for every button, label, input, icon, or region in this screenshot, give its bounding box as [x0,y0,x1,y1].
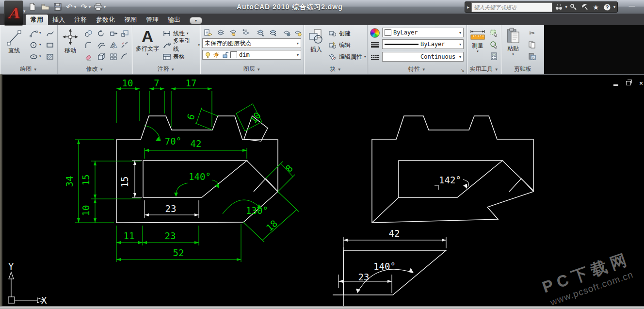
copy-tool-button[interactable] [82,28,95,39]
subscription-key-icon[interactable] [569,3,579,11]
layer-unisolate-button[interactable] [267,27,279,38]
offset-tool-button[interactable] [95,39,107,51]
panel-label-block[interactable]: 块 ▼ [304,65,367,73]
move-button[interactable]: 移动 [60,27,81,65]
erase-tool-button[interactable] [82,51,95,63]
mtext-dropdown[interactable]: ▾ [146,52,148,56]
favorites-star-icon[interactable]: ★ [591,3,600,11]
panel-label-annotation[interactable]: 注释 ▼ [132,65,200,73]
quick-calculator-button[interactable] [487,50,500,62]
measure-dropdown[interactable]: ▾ [477,49,479,53]
help-icon[interactable]: ? [602,3,612,11]
edit-attributes-dropdown[interactable]: ▾ [364,55,366,59]
line-button[interactable]: 直线 [2,27,26,65]
circle-tool-button[interactable] [27,39,40,51]
tab-output[interactable]: 输出 [163,15,185,25]
layer-freeze-button[interactable] [280,27,293,38]
layer-previous-button[interactable] [240,27,252,38]
panel-label-modify[interactable]: 修改 ▼ [58,65,132,73]
panel-label-utilities[interactable]: 实用工具 ▼ [467,65,501,73]
search-binoculars-icon[interactable] [554,3,564,11]
linetype-button[interactable] [369,51,381,63]
properties-dialog-launcher[interactable]: ↘ [461,67,465,73]
tab-home[interactable]: 常用 [26,15,48,25]
quick-select-button[interactable] [487,27,500,39]
table-button[interactable]: 表格 [162,51,185,62]
plot-button[interactable] [92,1,104,12]
drawing-minimize-button[interactable] [612,80,620,86]
paste-dropdown[interactable]: ▾ [512,52,514,56]
mirror-tool-button[interactable] [107,39,120,51]
search-dropdown[interactable]: ▾ [565,5,567,9]
linetype-combo[interactable]: Continuous ▾ [382,52,464,62]
drawing-close-button[interactable]: × [637,80,644,86]
tab-insert[interactable]: 插入 [48,15,70,25]
break-tool-button[interactable] [119,39,130,51]
layer-state-combo[interactable]: 未保存的图层状态 ▾ [202,38,301,48]
create-block-button[interactable]: 创建 [328,28,351,39]
lineweight-combo[interactable]: ByLayer ▾ [382,39,464,49]
arc-dropdown[interactable]: ▾ [39,31,41,35]
mtext-button[interactable]: A 多行文字 ▾ [134,27,161,65]
cut-button[interactable]: ✂ [526,27,538,39]
fillet-arc-tool-button[interactable] [119,51,130,63]
undo-dropdown[interactable]: ▾ [74,5,76,9]
tab-view[interactable]: 视图 [119,15,142,25]
search-input[interactable] [471,2,552,12]
plot-dropdown[interactable]: ▾ [104,5,106,9]
panel-label-clipboard[interactable]: 剪贴板 [501,65,544,73]
hatch-tool-button[interactable] [44,51,56,63]
stretch-tool-button[interactable] [107,28,120,39]
copy-clip-button[interactable] [526,39,538,50]
layer-isolate-button[interactable] [254,27,267,38]
application-menu-dropdown[interactable]: ▾ [23,9,26,14]
circle-dropdown[interactable]: ▾ [39,43,41,47]
paste-special-button[interactable] [526,50,538,62]
arc-tool-button[interactable] [27,28,40,39]
search-expand-icon[interactable]: ▸ [467,4,469,10]
layer-off-button[interactable] [292,27,304,38]
panel-label-layers[interactable]: 图层 ▼ [200,65,304,73]
array-tool-button[interactable] [107,51,120,63]
ellipse-dropdown[interactable]: ▾ [39,54,41,58]
quick-calc-select-button[interactable] [487,39,500,50]
measure-button[interactable]: 测量 ▾ [468,27,487,65]
edit-attributes-button[interactable]: 编辑属性 ▾ [328,51,366,62]
scale-tool-button[interactable] [119,28,130,39]
panel-label-draw[interactable]: 绘图 ▼ [0,65,57,73]
panel-label-properties[interactable]: 特性 ▼ ↘ [368,65,467,73]
paste-button[interactable]: 粘贴 ▾ [503,27,523,65]
rectangle-tool-button[interactable] [44,39,56,51]
layer-states-button[interactable] [214,27,227,38]
multileader-dropdown[interactable]: ▾ [198,43,200,47]
help-dropdown[interactable]: ▾ [613,5,615,9]
explode-tool-button[interactable] [95,51,107,63]
spline-tool-button[interactable] [44,28,56,39]
object-color-button[interactable] [369,27,381,39]
layer-properties-button[interactable] [202,27,214,38]
multileader-button[interactable]: 多重引线 ▾ [162,40,200,50]
tab-manage[interactable]: 管理 [141,15,163,25]
color-combo[interactable]: ByLayer ▾ [382,28,464,37]
tab-parametric[interactable]: 参数化 [91,15,120,25]
new-drawing-button[interactable] [27,1,38,12]
layer-combo[interactable]: dim ▾ [202,50,301,60]
redo-button[interactable]: ↷ [78,1,90,12]
tab-annotate[interactable]: 注释 [69,15,92,25]
fillet-tool-button[interactable] [82,39,95,51]
redo-dropdown[interactable]: ▾ [89,5,91,9]
open-button[interactable] [39,1,51,12]
undo-button[interactable]: ↶ [64,1,75,12]
ribbon-minimize-button[interactable]: ▾ [190,17,202,24]
save-button[interactable] [52,1,64,12]
lineweight-button[interactable] [369,39,381,50]
edit-block-button[interactable]: 编辑 [328,40,351,50]
insert-block-button[interactable]: 插入 [306,27,327,65]
application-menu-button[interactable]: A [4,0,23,26]
linear-dropdown[interactable]: ▾ [187,32,189,35]
window-minimize-button[interactable]: — [627,3,637,10]
drawing-restore-button[interactable] [625,80,632,86]
ellipse-tool-button[interactable] [27,51,40,63]
layer-match-button[interactable] [227,27,240,38]
communication-center-icon[interactable] [580,3,589,11]
